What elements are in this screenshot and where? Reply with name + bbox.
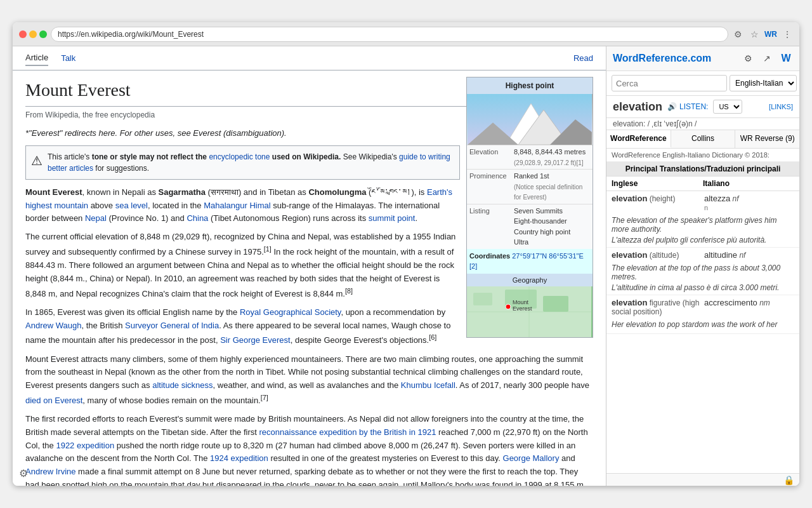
minimize-button[interactable]	[29, 30, 37, 38]
extensions-icon[interactable]: ⚙	[732, 29, 743, 40]
listing-value: Seven SummitsEight-thousanderCountry hig…	[514, 206, 570, 248]
speaker-icon: 🔊	[667, 102, 677, 111]
khumbu-link[interactable]: Khumbu Icefall	[401, 380, 455, 390]
menu-icon[interactable]: ⋮	[782, 29, 793, 40]
infobox-elevation-row: Elevation 8,848, 8,844.43 metres (29,028…	[467, 145, 593, 169]
entry-1-translation: altezza	[704, 194, 730, 203]
wiki-header: Article Talk Read	[13, 46, 606, 70]
entry-3-gender: nm	[759, 298, 770, 307]
wordref-header-icons: ⚙ ↗ W	[741, 51, 793, 65]
read-button[interactable]: Read	[573, 53, 593, 63]
infobox-coords: Coordinates 27°59'17"N 86°55'31"E [2]	[467, 249, 593, 274]
gear-icon[interactable]: ⚙	[19, 467, 28, 479]
wordref-x-icon[interactable]: W	[779, 51, 793, 65]
tab-wr-reverse[interactable]: WR Reverse (9)	[735, 130, 799, 148]
altitude-link[interactable]: altitude sickness	[152, 380, 213, 390]
sea-level-link[interactable]: sea level	[115, 201, 148, 210]
surveyor-link[interactable]: Surveyor General of India	[125, 321, 219, 330]
tab-collins[interactable]: Collins	[671, 130, 736, 148]
wordref-body: WordReference English-Italiano Dictionar…	[606, 149, 799, 473]
wikipedia-pane: Article Talk Read Highest point	[13, 46, 606, 486]
window-controls	[19, 30, 47, 38]
entry-1-example-en: The elevation of the speaker's platform …	[612, 214, 794, 236]
logo-suffix: .com	[688, 53, 711, 64]
wordreference-panel: WordReference.com ⚙ ↗ W English-Italian …	[606, 46, 799, 486]
entry-3-translation: accrescimento	[704, 298, 757, 307]
url-text: https://en.wikipedia.org/wiki/Mount_Ever…	[58, 30, 204, 39]
wordref-header: WordReference.com ⚙ ↗ W	[606, 46, 799, 71]
links-label[interactable]: [LINKS]	[769, 103, 793, 110]
entry-1: elevation (height) altezza nf n The elev…	[606, 191, 799, 248]
entry-2-word: elevation	[612, 250, 647, 260]
mount-everest-bold: Mount Everest	[25, 187, 82, 197]
entry-2-example-en: The elevation at the top of the pass is …	[612, 262, 794, 283]
george-everest-link[interactable]: Sir George Everest	[220, 336, 291, 345]
entry-1-gender: nf	[733, 194, 739, 203]
wordref-footer: 🔒	[606, 473, 799, 486]
entry-3-row: elevation figurative (high social positi…	[612, 298, 794, 316]
entry-1-word: elevation	[612, 194, 647, 203]
entry-2-type: (altitude)	[650, 251, 679, 260]
died-link[interactable]: died on Everest	[25, 396, 82, 405]
svg-point-11	[506, 304, 511, 309]
elevation-label: Elevation	[469, 147, 514, 168]
external-link-icon[interactable]: ↗	[760, 51, 774, 65]
encyclopedic-link[interactable]: encyclopedic tone	[209, 152, 270, 161]
address-bar[interactable]: https://en.wikipedia.org/wiki/Mount_Ever…	[51, 27, 728, 42]
listen-label: LISTEN:	[679, 102, 708, 111]
elevation-value: 8,848, 8,844.43 metres (29,028.9, 29,017…	[514, 147, 586, 168]
accent-select[interactable]: US	[713, 100, 742, 114]
infobox-listing-row: Listing Seven SummitsEight-thousanderCou…	[467, 204, 593, 249]
china-link[interactable]: China	[187, 213, 208, 223]
nepal-link[interactable]: Nepal	[85, 213, 107, 223]
maximize-button[interactable]	[39, 30, 47, 38]
tab-wordreference[interactable]: WordReference	[606, 130, 671, 148]
entry-2: elevation (altitude) altitudine nf The e…	[606, 248, 799, 295]
source-label: WordReference English-Italiano Dictionar…	[606, 149, 799, 162]
infobox-prominence-row: Prominence Ranked 1st(Notice special def…	[467, 169, 593, 204]
section-title: Principal Translations/Traduzioni princi…	[606, 162, 799, 177]
phonetic-text: elevation: / ˌɛlɪ ˈveɪʃ(ə)n /	[613, 119, 697, 128]
entry-2-example-it: L'altitudine in cima al passo è di circa…	[612, 283, 794, 292]
wordref-search-bar: English-Italian 🔍 🔍	[606, 71, 799, 96]
summit-link[interactable]: summit point	[369, 213, 416, 223]
para4: Mount Everest attracts many climbers, so…	[25, 353, 593, 408]
coords-label: Coordinates	[469, 252, 510, 260]
entry-2-translation: altitudine	[704, 250, 737, 260]
infobox-image	[467, 94, 593, 145]
listen-control[interactable]: 🔊 LISTEN:	[667, 102, 708, 111]
notice-icon: ⚠	[31, 151, 43, 170]
notice-text: This article's tone or style may not ref…	[48, 151, 454, 174]
wordref-word-bar: elevation 🔊 LISTEN: US [LINKS]	[606, 96, 799, 118]
entry-1-example-it: L'altezza del pulpito gli conferisce più…	[612, 236, 794, 244]
wordref-tabs: WordReference Collins WR Reverse (9)	[606, 130, 799, 149]
mahalangur-link[interactable]: Mahalangur Himal	[204, 201, 271, 210]
browser-window: https://en.wikipedia.org/wiki/Mount_Ever…	[13, 22, 799, 486]
language-select[interactable]: English-Italian	[730, 75, 797, 91]
prominence-label: Prominence	[469, 171, 514, 203]
svg-text:Mount: Mount	[513, 299, 529, 305]
wiki-notice: ⚠ This article's tone or style may not r…	[25, 145, 460, 180]
listing-label: Listing	[469, 206, 514, 248]
andrew-waugh-link[interactable]: Andrew Waugh	[25, 321, 81, 330]
table-header: Inglese Italiano	[606, 177, 799, 191]
wordref-icon[interactable]: WR	[765, 29, 776, 40]
rgs-link[interactable]: Royal Geographical Society	[240, 307, 341, 317]
browser-icons: ⚙ ☆ WR ⋮	[732, 29, 793, 40]
settings-icon[interactable]: ⚙	[741, 51, 755, 65]
tab-talk[interactable]: Talk	[61, 51, 75, 65]
close-button[interactable]	[19, 30, 27, 38]
infobox-map: Mount Everest	[467, 286, 593, 337]
svg-rect-8	[543, 296, 568, 312]
para5: The first recorded efforts to reach Ever…	[25, 413, 593, 486]
phonetic-bar: elevation: / ˌɛlɪ ˈveɪʃ(ə)n /	[606, 118, 799, 130]
header-italiano: Italiano	[703, 179, 794, 188]
wordref-logo: WordReference.com	[613, 53, 711, 64]
entry-2-row: elevation (altitude) altitudine nf	[612, 250, 794, 260]
page-content: Article Talk Read Highest point	[13, 46, 799, 486]
bookmark-icon[interactable]: ☆	[749, 29, 760, 40]
looked-up-word: elevation	[613, 100, 662, 114]
tab-article[interactable]: Article	[25, 50, 48, 66]
infobox-geography-title: Geography	[467, 274, 593, 287]
search-input[interactable]	[612, 75, 727, 91]
